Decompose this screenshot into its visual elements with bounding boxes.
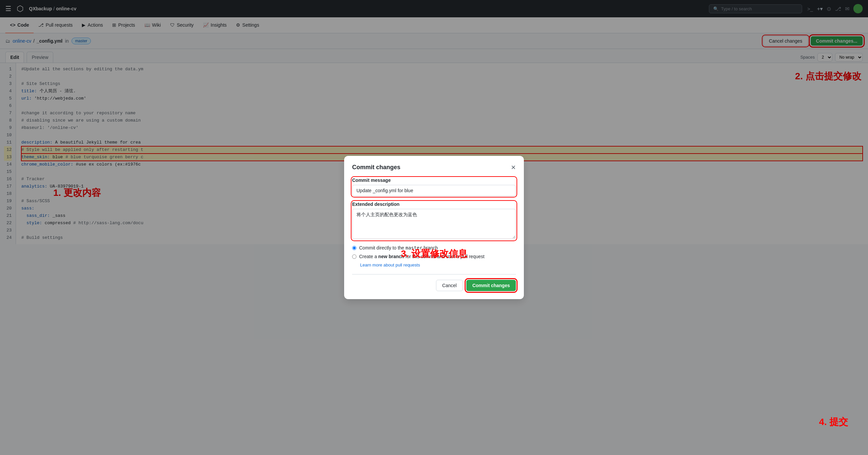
extended-desc-group: Extended description 将个人主页的配色更改为蓝色 — [352, 201, 516, 240]
commit-message-group: Commit message — [352, 177, 516, 196]
modal-overlay[interactable]: Commit changes ✕ Commit message Extended… — [0, 0, 868, 244]
commit-modal: Commit changes ✕ Commit message Extended… — [344, 156, 524, 244]
page-wrapper: ☰ ⬡ QXbackup / online-cv 🔍 Type / to sea… — [0, 0, 868, 244]
extended-desc-textarea[interactable]: 将个人主页的配色更改为蓝色 — [352, 209, 516, 239]
modal-close-button[interactable]: ✕ — [511, 165, 516, 171]
modal-title: Commit changes — [352, 164, 400, 171]
extended-desc-label: Extended description — [352, 201, 516, 207]
commit-message-label: Commit message — [352, 177, 516, 183]
commit-message-input[interactable] — [352, 185, 516, 196]
modal-header: Commit changes ✕ — [352, 164, 516, 171]
